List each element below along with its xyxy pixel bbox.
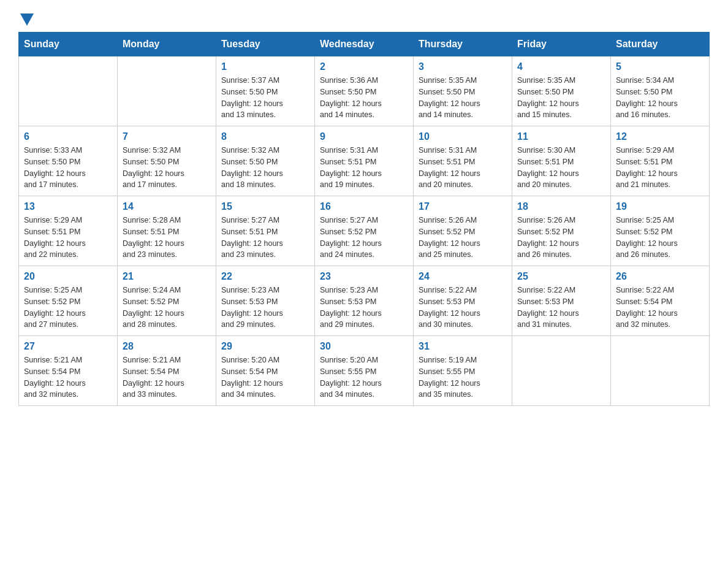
day-info: Sunrise: 5:27 AM Sunset: 5:52 PM Dayligh… [320, 215, 408, 261]
day-cell: 21Sunrise: 5:24 AM Sunset: 5:52 PM Dayli… [118, 266, 216, 336]
day-number: 10 [419, 131, 507, 142]
day-info: Sunrise: 5:29 AM Sunset: 5:51 PM Dayligh… [24, 215, 112, 261]
day-cell: 1Sunrise: 5:37 AM Sunset: 5:50 PM Daylig… [216, 56, 315, 126]
day-cell: 15Sunrise: 5:27 AM Sunset: 5:51 PM Dayli… [216, 196, 315, 266]
day-number: 19 [616, 201, 704, 212]
calendar-table: SundayMondayTuesdayWednesdayThursdayFrid… [18, 32, 710, 406]
day-cell [512, 336, 611, 406]
day-cell: 28Sunrise: 5:21 AM Sunset: 5:54 PM Dayli… [118, 336, 216, 406]
day-cell: 11Sunrise: 5:30 AM Sunset: 5:51 PM Dayli… [512, 126, 611, 196]
day-number: 8 [221, 131, 309, 142]
day-info: Sunrise: 5:32 AM Sunset: 5:50 PM Dayligh… [221, 145, 309, 191]
day-info: Sunrise: 5:31 AM Sunset: 5:51 PM Dayligh… [320, 145, 408, 191]
day-cell: 30Sunrise: 5:20 AM Sunset: 5:55 PM Dayli… [315, 336, 414, 406]
day-info: Sunrise: 5:22 AM Sunset: 5:53 PM Dayligh… [419, 285, 507, 331]
svg-marker-0 [20, 13, 34, 26]
day-cell: 31Sunrise: 5:19 AM Sunset: 5:55 PM Dayli… [414, 336, 512, 406]
day-cell: 24Sunrise: 5:22 AM Sunset: 5:53 PM Dayli… [414, 266, 512, 336]
day-info: Sunrise: 5:28 AM Sunset: 5:51 PM Dayligh… [123, 215, 211, 261]
logo-triangle-icon [20, 13, 34, 26]
day-number: 5 [616, 61, 704, 72]
day-number: 20 [24, 271, 112, 282]
weekday-header-wednesday: Wednesday [315, 33, 414, 56]
day-cell: 26Sunrise: 5:22 AM Sunset: 5:54 PM Dayli… [611, 266, 710, 336]
day-info: Sunrise: 5:20 AM Sunset: 5:55 PM Dayligh… [320, 354, 408, 400]
day-number: 3 [419, 61, 507, 72]
day-info: Sunrise: 5:36 AM Sunset: 5:50 PM Dayligh… [320, 75, 408, 121]
week-row-3: 13Sunrise: 5:29 AM Sunset: 5:51 PM Dayli… [19, 196, 710, 266]
day-cell: 4Sunrise: 5:35 AM Sunset: 5:50 PM Daylig… [512, 56, 611, 126]
day-cell: 19Sunrise: 5:25 AM Sunset: 5:52 PM Dayli… [611, 196, 710, 266]
day-info: Sunrise: 5:30 AM Sunset: 5:51 PM Dayligh… [517, 145, 605, 191]
day-number: 26 [616, 271, 704, 282]
weekday-header-friday: Friday [512, 33, 611, 56]
week-row-1: 1Sunrise: 5:37 AM Sunset: 5:50 PM Daylig… [19, 56, 710, 126]
day-info: Sunrise: 5:25 AM Sunset: 5:52 PM Dayligh… [616, 215, 704, 261]
day-cell: 14Sunrise: 5:28 AM Sunset: 5:51 PM Dayli… [118, 196, 216, 266]
day-info: Sunrise: 5:25 AM Sunset: 5:52 PM Dayligh… [24, 285, 112, 331]
week-row-4: 20Sunrise: 5:25 AM Sunset: 5:52 PM Dayli… [19, 266, 710, 336]
week-row-5: 27Sunrise: 5:21 AM Sunset: 5:54 PM Dayli… [19, 336, 710, 406]
day-cell: 6Sunrise: 5:33 AM Sunset: 5:50 PM Daylig… [19, 126, 118, 196]
day-number: 31 [419, 341, 507, 352]
weekday-header-row: SundayMondayTuesdayWednesdayThursdayFrid… [19, 33, 710, 56]
day-number: 24 [419, 271, 507, 282]
day-cell: 3Sunrise: 5:35 AM Sunset: 5:50 PM Daylig… [414, 56, 512, 126]
day-info: Sunrise: 5:34 AM Sunset: 5:50 PM Dayligh… [616, 75, 704, 121]
day-number: 21 [123, 271, 211, 282]
day-cell: 29Sunrise: 5:20 AM Sunset: 5:54 PM Dayli… [216, 336, 315, 406]
day-number: 13 [24, 201, 112, 212]
day-number: 25 [517, 271, 605, 282]
day-cell: 25Sunrise: 5:22 AM Sunset: 5:53 PM Dayli… [512, 266, 611, 336]
day-cell [19, 56, 118, 126]
day-info: Sunrise: 5:22 AM Sunset: 5:54 PM Dayligh… [616, 285, 704, 331]
day-info: Sunrise: 5:26 AM Sunset: 5:52 PM Dayligh… [517, 215, 605, 261]
day-cell: 7Sunrise: 5:32 AM Sunset: 5:50 PM Daylig… [118, 126, 216, 196]
day-cell [611, 336, 710, 406]
day-info: Sunrise: 5:31 AM Sunset: 5:51 PM Dayligh… [419, 145, 507, 191]
day-info: Sunrise: 5:22 AM Sunset: 5:53 PM Dayligh… [517, 285, 605, 331]
day-number: 4 [517, 61, 605, 72]
day-info: Sunrise: 5:35 AM Sunset: 5:50 PM Dayligh… [517, 75, 605, 121]
day-cell: 27Sunrise: 5:21 AM Sunset: 5:54 PM Dayli… [19, 336, 118, 406]
day-number: 28 [123, 341, 211, 352]
weekday-header-thursday: Thursday [414, 33, 512, 56]
day-cell: 2Sunrise: 5:36 AM Sunset: 5:50 PM Daylig… [315, 56, 414, 126]
day-number: 9 [320, 131, 408, 142]
logo [18, 12, 34, 26]
day-cell: 13Sunrise: 5:29 AM Sunset: 5:51 PM Dayli… [19, 196, 118, 266]
day-number: 17 [419, 201, 507, 212]
day-number: 2 [320, 61, 408, 72]
day-cell: 23Sunrise: 5:23 AM Sunset: 5:53 PM Dayli… [315, 266, 414, 336]
day-cell: 18Sunrise: 5:26 AM Sunset: 5:52 PM Dayli… [512, 196, 611, 266]
weekday-header-sunday: Sunday [19, 33, 118, 56]
day-info: Sunrise: 5:23 AM Sunset: 5:53 PM Dayligh… [221, 285, 309, 331]
day-number: 18 [517, 201, 605, 212]
day-number: 12 [616, 131, 704, 142]
day-info: Sunrise: 5:19 AM Sunset: 5:55 PM Dayligh… [419, 354, 507, 400]
weekday-header-saturday: Saturday [611, 33, 710, 56]
day-cell: 12Sunrise: 5:29 AM Sunset: 5:51 PM Dayli… [611, 126, 710, 196]
day-number: 14 [123, 201, 211, 212]
week-row-2: 6Sunrise: 5:33 AM Sunset: 5:50 PM Daylig… [19, 126, 710, 196]
day-cell [118, 56, 216, 126]
day-info: Sunrise: 5:23 AM Sunset: 5:53 PM Dayligh… [320, 285, 408, 331]
day-info: Sunrise: 5:29 AM Sunset: 5:51 PM Dayligh… [616, 145, 704, 191]
day-info: Sunrise: 5:32 AM Sunset: 5:50 PM Dayligh… [123, 145, 211, 191]
day-info: Sunrise: 5:20 AM Sunset: 5:54 PM Dayligh… [221, 354, 309, 400]
day-number: 6 [24, 131, 112, 142]
day-info: Sunrise: 5:33 AM Sunset: 5:50 PM Dayligh… [24, 145, 112, 191]
day-cell: 17Sunrise: 5:26 AM Sunset: 5:52 PM Dayli… [414, 196, 512, 266]
weekday-header-tuesday: Tuesday [216, 33, 315, 56]
day-cell: 16Sunrise: 5:27 AM Sunset: 5:52 PM Dayli… [315, 196, 414, 266]
day-info: Sunrise: 5:21 AM Sunset: 5:54 PM Dayligh… [123, 354, 211, 400]
day-number: 27 [24, 341, 112, 352]
day-cell: 20Sunrise: 5:25 AM Sunset: 5:52 PM Dayli… [19, 266, 118, 336]
day-info: Sunrise: 5:27 AM Sunset: 5:51 PM Dayligh… [221, 215, 309, 261]
day-number: 30 [320, 341, 408, 352]
day-number: 11 [517, 131, 605, 142]
day-number: 29 [221, 341, 309, 352]
day-number: 22 [221, 271, 309, 282]
day-number: 16 [320, 201, 408, 212]
day-number: 1 [221, 61, 309, 72]
